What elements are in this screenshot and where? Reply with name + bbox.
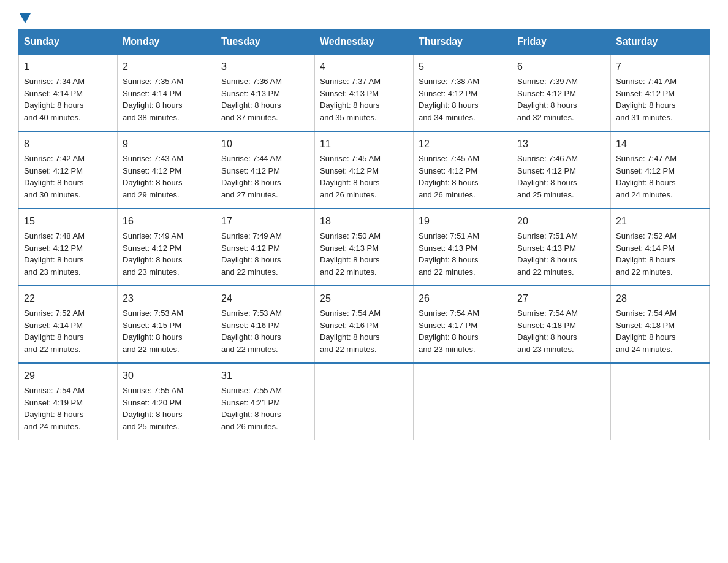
day-info: Sunrise: 7:34 AMSunset: 4:14 PMDaylight:…: [24, 77, 85, 122]
calendar-cell: 4Sunrise: 7:37 AMSunset: 4:13 PMDaylight…: [315, 54, 414, 131]
day-info: Sunrise: 7:48 AMSunset: 4:12 PMDaylight:…: [24, 231, 85, 277]
calendar-cell: 16Sunrise: 7:49 AMSunset: 4:12 PMDayligh…: [118, 209, 216, 286]
calendar-week-row: 29Sunrise: 7:54 AMSunset: 4:19 PMDayligh…: [19, 363, 710, 440]
calendar-cell: 18Sunrise: 7:50 AMSunset: 4:13 PMDayligh…: [315, 209, 414, 286]
day-info: Sunrise: 7:39 AMSunset: 4:12 PMDaylight:…: [517, 77, 578, 122]
day-info: Sunrise: 7:54 AMSunset: 4:18 PMDaylight:…: [517, 308, 578, 354]
day-info: Sunrise: 7:43 AMSunset: 4:12 PMDaylight:…: [123, 154, 183, 199]
day-number: 16: [123, 214, 211, 229]
calendar-cell: 25Sunrise: 7:54 AMSunset: 4:16 PMDayligh…: [315, 286, 414, 363]
calendar-cell: 20Sunrise: 7:51 AMSunset: 4:13 PMDayligh…: [512, 209, 611, 286]
day-info: Sunrise: 7:44 AMSunset: 4:12 PMDaylight:…: [221, 154, 282, 199]
day-number: 3: [221, 59, 309, 74]
calendar-cell: 19Sunrise: 7:51 AMSunset: 4:13 PMDayligh…: [414, 209, 512, 286]
column-header-tuesday: Tuesday: [216, 30, 315, 55]
column-header-friday: Friday: [512, 30, 611, 55]
day-info: Sunrise: 7:51 AMSunset: 4:13 PMDaylight:…: [419, 231, 479, 277]
calendar-week-row: 1Sunrise: 7:34 AMSunset: 4:14 PMDaylight…: [19, 54, 710, 131]
column-header-monday: Monday: [118, 30, 216, 55]
day-number: 9: [123, 137, 211, 151]
day-number: 5: [419, 59, 507, 74]
day-number: 21: [616, 214, 704, 229]
calendar-cell: [512, 363, 611, 440]
column-header-sunday: Sunday: [19, 30, 118, 55]
calendar-cell: 9Sunrise: 7:43 AMSunset: 4:12 PMDaylight…: [118, 131, 216, 209]
calendar-week-row: 22Sunrise: 7:52 AMSunset: 4:14 PMDayligh…: [19, 286, 710, 363]
calendar-cell: 17Sunrise: 7:49 AMSunset: 4:12 PMDayligh…: [216, 209, 315, 286]
day-info: Sunrise: 7:55 AMSunset: 4:21 PMDaylight:…: [221, 386, 282, 431]
day-number: 19: [419, 214, 507, 229]
day-info: Sunrise: 7:52 AMSunset: 4:14 PMDaylight:…: [24, 308, 85, 354]
day-number: 27: [517, 291, 605, 306]
day-number: 28: [616, 291, 704, 306]
calendar-cell: 3Sunrise: 7:36 AMSunset: 4:13 PMDaylight…: [216, 54, 315, 131]
day-info: Sunrise: 7:54 AMSunset: 4:19 PMDaylight:…: [24, 386, 85, 431]
day-number: 23: [123, 291, 211, 306]
day-number: 26: [419, 291, 507, 306]
day-info: Sunrise: 7:41 AMSunset: 4:12 PMDaylight:…: [616, 77, 677, 122]
day-number: 17: [221, 214, 309, 229]
day-info: Sunrise: 7:47 AMSunset: 4:12 PMDaylight:…: [616, 154, 677, 199]
day-info: Sunrise: 7:45 AMSunset: 4:12 PMDaylight:…: [419, 154, 479, 199]
calendar-cell: 31Sunrise: 7:55 AMSunset: 4:21 PMDayligh…: [216, 363, 315, 440]
day-number: 1: [24, 59, 112, 74]
day-number: 10: [221, 137, 309, 151]
day-info: Sunrise: 7:54 AMSunset: 4:17 PMDaylight:…: [419, 308, 479, 354]
calendar-cell: 5Sunrise: 7:38 AMSunset: 4:12 PMDaylight…: [414, 54, 512, 131]
calendar-cell: 8Sunrise: 7:42 AMSunset: 4:12 PMDaylight…: [19, 131, 118, 209]
calendar-cell: 7Sunrise: 7:41 AMSunset: 4:12 PMDaylight…: [611, 54, 710, 131]
calendar-cell: 12Sunrise: 7:45 AMSunset: 4:12 PMDayligh…: [414, 131, 512, 209]
column-header-thursday: Thursday: [414, 30, 512, 55]
day-number: 11: [320, 137, 408, 151]
day-number: 22: [24, 291, 112, 306]
calendar-cell: 6Sunrise: 7:39 AMSunset: 4:12 PMDaylight…: [512, 54, 611, 131]
day-info: Sunrise: 7:49 AMSunset: 4:12 PMDaylight:…: [221, 231, 282, 277]
day-number: 12: [419, 137, 507, 151]
calendar-cell: 24Sunrise: 7:53 AMSunset: 4:16 PMDayligh…: [216, 286, 315, 363]
day-info: Sunrise: 7:37 AMSunset: 4:13 PMDaylight:…: [320, 77, 381, 122]
day-number: 25: [320, 291, 408, 306]
calendar-cell: 11Sunrise: 7:45 AMSunset: 4:12 PMDayligh…: [315, 131, 414, 209]
day-number: 14: [616, 137, 704, 151]
day-info: Sunrise: 7:54 AMSunset: 4:18 PMDaylight:…: [616, 308, 677, 354]
day-number: 6: [517, 59, 605, 74]
page-header: [18, 12, 710, 23]
calendar-cell: 1Sunrise: 7:34 AMSunset: 4:14 PMDaylight…: [19, 54, 118, 131]
logo: [18, 12, 31, 23]
day-info: Sunrise: 7:52 AMSunset: 4:14 PMDaylight:…: [616, 231, 677, 277]
calendar-cell: 22Sunrise: 7:52 AMSunset: 4:14 PMDayligh…: [19, 286, 118, 363]
day-info: Sunrise: 7:53 AMSunset: 4:15 PMDaylight:…: [123, 308, 183, 354]
calendar-cell: 21Sunrise: 7:52 AMSunset: 4:14 PMDayligh…: [611, 209, 710, 286]
day-number: 2: [123, 59, 211, 74]
calendar-cell: 2Sunrise: 7:35 AMSunset: 4:14 PMDaylight…: [118, 54, 216, 131]
day-info: Sunrise: 7:54 AMSunset: 4:16 PMDaylight:…: [320, 308, 381, 354]
calendar-cell: [611, 363, 710, 440]
svg-marker-0: [20, 13, 31, 23]
calendar-cell: 30Sunrise: 7:55 AMSunset: 4:20 PMDayligh…: [118, 363, 216, 440]
day-number: 29: [24, 369, 112, 383]
calendar-table: SundayMondayTuesdayWednesdayThursdayFrid…: [18, 29, 710, 440]
day-number: 8: [24, 137, 112, 151]
calendar-week-row: 15Sunrise: 7:48 AMSunset: 4:12 PMDayligh…: [19, 209, 710, 286]
day-number: 30: [123, 369, 211, 383]
day-info: Sunrise: 7:50 AMSunset: 4:13 PMDaylight:…: [320, 231, 381, 277]
calendar-cell: 28Sunrise: 7:54 AMSunset: 4:18 PMDayligh…: [611, 286, 710, 363]
day-info: Sunrise: 7:49 AMSunset: 4:12 PMDaylight:…: [123, 231, 183, 277]
calendar-week-row: 8Sunrise: 7:42 AMSunset: 4:12 PMDaylight…: [19, 131, 710, 209]
calendar-cell: 27Sunrise: 7:54 AMSunset: 4:18 PMDayligh…: [512, 286, 611, 363]
day-info: Sunrise: 7:46 AMSunset: 4:12 PMDaylight:…: [517, 154, 578, 199]
day-number: 31: [221, 369, 309, 383]
day-info: Sunrise: 7:36 AMSunset: 4:13 PMDaylight:…: [221, 77, 282, 122]
day-number: 20: [517, 214, 605, 229]
calendar-cell: [414, 363, 512, 440]
calendar-cell: 23Sunrise: 7:53 AMSunset: 4:15 PMDayligh…: [118, 286, 216, 363]
day-number: 24: [221, 291, 309, 306]
day-info: Sunrise: 7:38 AMSunset: 4:12 PMDaylight:…: [419, 77, 479, 122]
day-number: 4: [320, 59, 408, 74]
column-header-saturday: Saturday: [611, 30, 710, 55]
day-info: Sunrise: 7:51 AMSunset: 4:13 PMDaylight:…: [517, 231, 578, 277]
calendar-cell: 14Sunrise: 7:47 AMSunset: 4:12 PMDayligh…: [611, 131, 710, 209]
day-number: 15: [24, 214, 112, 229]
logo-triangle-icon: [20, 13, 31, 23]
calendar-cell: 15Sunrise: 7:48 AMSunset: 4:12 PMDayligh…: [19, 209, 118, 286]
